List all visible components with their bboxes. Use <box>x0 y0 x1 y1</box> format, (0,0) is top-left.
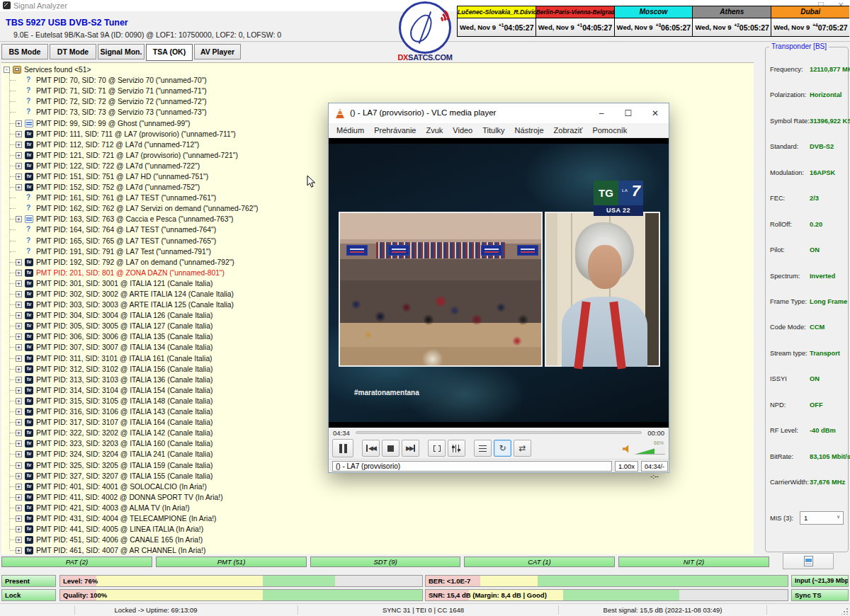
mode-tab[interactable]: BS Mode <box>1 44 48 59</box>
expand-icon[interactable]: + <box>16 526 22 532</box>
service-row[interactable]: + PMT PID: 431, SID: 4004 @ TELECAMPIONE… <box>4 513 754 524</box>
mis-dropdown[interactable]: 1 <box>800 511 844 525</box>
transponder-field: Spectrum: Inverted <box>770 273 846 298</box>
expand-icon[interactable]: + <box>16 344 22 350</box>
vlc-close-button[interactable]: ✕ <box>642 103 669 123</box>
service-row[interactable]: + PMT PID: 441, SID: 4005 @ LINEA ITALIA… <box>4 524 754 535</box>
vlc-menu-item[interactable]: Prehrávanie <box>369 126 421 135</box>
vlc-menu-item[interactable]: Zvuk <box>421 126 448 135</box>
expand-icon[interactable]: + <box>16 462 22 469</box>
service-row[interactable]: + PMT PID: 451, SID: 4006 @ CANALE 165 (… <box>4 535 754 545</box>
service-type-icon <box>25 130 33 138</box>
resize-grip[interactable] <box>842 608 849 615</box>
table-export-button[interactable] <box>783 553 834 569</box>
expand-icon[interactable]: + <box>16 484 22 490</box>
extended-settings-button[interactable] <box>448 440 465 457</box>
save-america-sign <box>517 245 538 256</box>
expand-icon[interactable]: + <box>16 333 22 340</box>
vlc-video-area[interactable]: TG LA 7 USA 22 #maratonamentana <box>329 138 669 428</box>
fullscreen-button[interactable] <box>428 440 446 457</box>
loop-button[interactable]: ↻ <box>494 440 511 457</box>
expand-icon[interactable]: + <box>16 409 22 415</box>
service-type-icon <box>25 376 33 384</box>
previous-button[interactable]: ◀◀ <box>362 440 380 457</box>
vlc-menu-item[interactable]: Médium <box>332 126 369 135</box>
expand-icon[interactable]: + <box>16 398 22 404</box>
pause-button[interactable] <box>332 439 353 457</box>
clock-time-row: Wed, Nov 9 +2 05:05:27 <box>692 18 771 37</box>
mode-tab[interactable]: TSA (OK) <box>146 44 193 61</box>
field-label: NPD: <box>770 401 810 409</box>
expand-icon[interactable]: + <box>16 152 22 159</box>
vlc-menu-item[interactable]: Titulky <box>477 126 509 135</box>
expand-icon[interactable]: + <box>16 323 22 329</box>
expand-icon[interactable]: + <box>16 419 22 426</box>
expand-icon[interactable]: + <box>16 259 22 266</box>
expand-icon[interactable]: + <box>16 173 22 180</box>
transponder-field: RollOff: 0.20 <box>770 221 846 246</box>
clock-date: Wed, Nov 9 <box>538 23 574 31</box>
expand-icon[interactable]: + <box>16 120 22 127</box>
clock-city: Dubai <box>771 6 849 18</box>
vlc-maximize-button[interactable]: ☐ <box>615 103 642 123</box>
nit-bar: NIT (2) <box>618 557 769 567</box>
expand-icon[interactable]: + <box>16 387 22 394</box>
vlc-minimize-button[interactable]: – <box>588 103 615 123</box>
expand-icon[interactable]: + <box>16 142 22 148</box>
expand-icon[interactable]: + <box>16 547 22 554</box>
service-type-icon <box>25 173 33 181</box>
service-row[interactable]: + PMT PID: 401, SID: 4001 @ SOLOCALCIO (… <box>4 481 754 492</box>
expand-icon[interactable]: + <box>16 280 22 287</box>
vlc-menu-item[interactable]: Pomocník <box>587 126 632 135</box>
expand-icon[interactable]: + <box>16 302 22 308</box>
service-row[interactable]: + PMT PID: 71, SID: 71 @ Servizio 71 ("u… <box>4 86 754 96</box>
expand-icon[interactable]: + <box>16 291 22 297</box>
field-value: Transport <box>810 350 840 357</box>
time-display[interactable]: 04:34/--:-- <box>641 461 668 472</box>
expand-icon[interactable]: + <box>16 494 22 501</box>
expand-icon[interactable]: + <box>16 537 22 543</box>
service-row[interactable]: + PMT PID: 461, SID: 4007 @ AR CHANNEL (… <box>4 545 754 554</box>
vlc-menu-item[interactable]: Video <box>448 126 477 135</box>
playlist-button[interactable] <box>474 440 492 457</box>
playback-rate[interactable]: 1.00x <box>615 461 638 472</box>
service-row[interactable]: + PMT PID: 421, SID: 4003 @ ALMA TV (In … <box>4 503 754 513</box>
expand-icon[interactable]: + <box>16 270 22 276</box>
tree-root-row[interactable]: - Services found <51> <box>4 64 754 75</box>
expand-icon[interactable]: + <box>16 430 22 436</box>
service-label: PMT PID: 122, SID: 722 @ LA7d ("unnamed-… <box>36 162 200 170</box>
vlc-menu-item[interactable]: Nástroje <box>510 126 549 135</box>
service-type-icon <box>25 494 33 501</box>
vlc-menu-item[interactable]: Zobraziť <box>549 126 588 135</box>
expand-icon[interactable]: + <box>16 131 22 137</box>
expand-icon[interactable]: + <box>16 312 22 319</box>
expand-icon[interactable]: + <box>16 505 22 511</box>
expand-icon[interactable]: + <box>16 355 22 362</box>
field-value: 31396,922 KS/s <box>810 118 850 125</box>
collapse-icon[interactable]: - <box>4 67 10 73</box>
expand-icon[interactable]: + <box>16 440 22 447</box>
seek-slider[interactable] <box>356 431 642 434</box>
expand-icon[interactable]: + <box>16 515 22 522</box>
transponder-field: Polarization: Horizontal <box>770 91 846 117</box>
clock: Dubai Wed, Nov 9 +4 07:05:27 <box>771 6 849 37</box>
expand-icon[interactable]: + <box>16 163 22 169</box>
expand-icon[interactable]: + <box>16 366 22 372</box>
vlc-titlebar[interactable]: () - LA7 (provvisorio) - VLC media playe… <box>329 103 669 123</box>
stop-button[interactable] <box>382 440 400 457</box>
field-label: BitRate: <box>770 453 810 460</box>
mode-tab[interactable]: AV Player <box>194 44 241 59</box>
expand-icon[interactable]: + <box>16 216 22 222</box>
transponder-field: Frame Type: Long Frame <box>770 298 846 324</box>
expand-icon[interactable]: + <box>16 377 22 383</box>
expand-icon[interactable]: + <box>16 184 22 190</box>
service-row[interactable]: + PMT PID: 70, SID: 70 @ Servizio 70 ("u… <box>4 75 754 86</box>
service-row[interactable]: + PMT PID: 411, SID: 4002 @ DONNA SPORT … <box>4 492 754 503</box>
expand-icon[interactable]: + <box>16 451 22 457</box>
shuffle-button[interactable]: ⇄ <box>514 440 531 457</box>
expand-icon[interactable]: + <box>16 473 22 479</box>
volume-slider[interactable]: 66% <box>634 440 665 456</box>
next-button[interactable]: ▶▶ <box>402 440 419 457</box>
mode-tab[interactable]: DT Mode <box>50 44 96 59</box>
mode-tab[interactable]: Signal Mon. <box>98 44 144 59</box>
